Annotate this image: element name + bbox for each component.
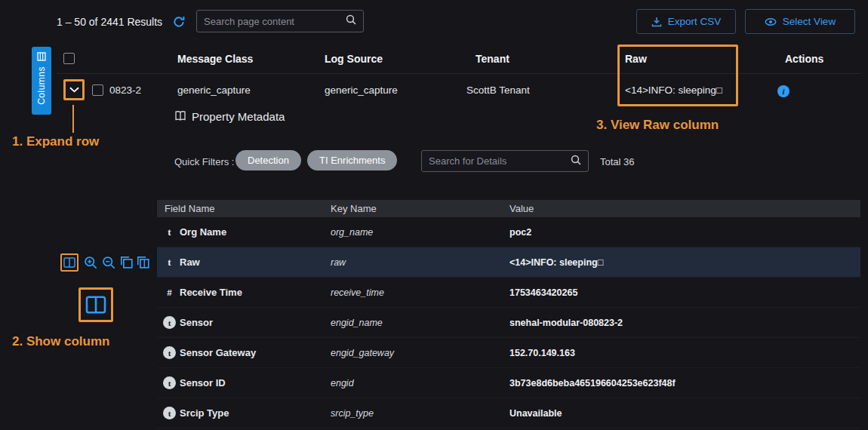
text-circle-icon: t [163,346,176,359]
field-value: poc2 [509,227,860,238]
detail-row-srcip-type[interactable]: t Srcip Type srcip_type Unavailable [157,398,860,428]
quick-filters-label: Quick Filters : [174,156,234,167]
field-value: snehal-modular-080823-2 [509,318,860,328]
cell-log-source: generic_capture [325,84,398,96]
zoom-in-button[interactable] [84,256,97,269]
page-search-input[interactable] [204,16,341,27]
text-circle-icon: t [163,376,176,389]
field-value: 3b73e8d6beba465196604253e623f48f [509,378,860,389]
text-type-icon: t [163,226,176,238]
key-name: receive_time [331,287,509,298]
cell-tenant: ScottB Tenant [466,84,530,96]
clone-columns-icon [137,256,149,269]
field-name: Raw [180,256,331,268]
number-type-icon: # [163,287,176,299]
zoom-out-icon [102,256,115,269]
info-icon[interactable]: i [777,85,790,97]
details-table-header: Field Name Key Name Value [157,200,860,217]
select-view-button[interactable]: Select View [745,9,855,34]
copy-button[interactable] [120,256,133,269]
book-icon [174,110,186,124]
annotation-show-column: 2. Show column [12,334,109,349]
columns-button[interactable]: Columns [32,47,51,115]
header-log-source: Log Source [325,53,383,65]
annotation-connector-line [72,105,74,133]
expand-row-button[interactable] [63,79,85,100]
property-metadata-title: Property Metadata [192,110,285,123]
field-name: Receive Time [180,287,331,298]
show-column-tool[interactable] [60,253,78,272]
key-name: engid_name [331,318,509,328]
chevron-down-icon [69,87,79,93]
export-csv-label: Export CSV [668,16,722,27]
filter-detection[interactable]: Detection [235,150,301,170]
details-header-field: Field Name [165,203,331,214]
details-header-value: Value [509,203,860,214]
columns-icon [85,296,106,314]
text-circle-icon: t [163,316,176,329]
row-checkbox[interactable] [92,84,103,96]
raw-column-highlight-box [617,45,738,106]
eye-icon [765,17,777,26]
select-all-checkbox[interactable] [63,53,75,64]
columns-button-label: Columns [36,66,47,105]
header-divider [57,73,860,74]
field-name: Sensor ID [180,377,331,389]
copy-icon [120,256,133,269]
field-value: 1753463420265 [509,287,860,298]
refresh-icon [173,16,185,28]
header-message-class: Message Class [177,53,253,65]
detail-row-receive-time[interactable]: # Receive Time receive_time 175346342026… [157,278,860,308]
key-name: engid [331,378,509,389]
field-name: Org Name [180,226,331,238]
field-name: Sensor [180,317,331,328]
annotation-view-raw-column: 3. View Raw column [596,118,719,133]
cell-message-class: generic_capture [177,84,251,96]
key-name: raw [331,257,509,268]
field-name: Srcip Type [180,407,331,419]
details-search[interactable] [421,150,589,172]
header-tenant: Tenant [476,53,509,65]
results-count: 1 – 50 of 2441 Results [57,16,162,28]
zoom-in-icon [84,256,97,269]
refresh-button[interactable] [173,16,185,28]
key-name: org_name [331,227,509,238]
total-count: Total 36 [600,156,635,167]
detail-row-sensor-id[interactable]: t Sensor ID engid 3b73e8d6beba4651966042… [157,368,860,398]
field-value: Unavailable [509,408,860,419]
field-value: 152.70.149.163 [509,348,860,358]
details-search-input[interactable] [429,155,566,167]
details-table: Field Name Key Name Value t Org Name org… [157,200,860,428]
download-icon [651,17,662,27]
text-type-icon: t [163,256,176,269]
field-value: <14>INFO: sleeping□ [509,257,860,268]
annotation-expand-row: 1. Expand row [12,134,99,149]
key-name: engid_gateway [331,348,509,358]
columns-icon [63,257,75,268]
zoom-out-button[interactable] [102,256,115,269]
detail-row-org-name[interactable]: t Org Name org_name poc2 [157,217,860,247]
grid-icon [37,52,46,61]
detail-row-sensor[interactable]: t Sensor engid_name snehal-modular-08082… [157,308,860,338]
clone-columns-button[interactable] [137,256,149,269]
key-name: srcip_type [331,408,509,419]
details-header-key: Key Name [331,203,509,214]
search-icon [346,14,356,28]
detail-row-raw[interactable]: t Raw raw <14>INFO: sleeping□ [157,247,860,278]
header-actions: Actions [785,53,823,65]
field-name: Sensor Gateway [180,347,331,358]
filter-ti-enrichments[interactable]: TI Enrichments [307,150,397,170]
select-view-label: Select View [783,16,836,27]
detail-row-sensor-gateway[interactable]: t Sensor Gateway engid_gateway 152.70.14… [157,338,860,368]
row-id: 0823-2 [109,84,141,96]
show-column-tool-zoomed[interactable] [78,287,113,322]
page-search[interactable] [196,10,364,32]
export-csv-button[interactable]: Export CSV [636,9,736,34]
search-icon [571,155,581,168]
text-circle-icon: t [163,407,176,419]
